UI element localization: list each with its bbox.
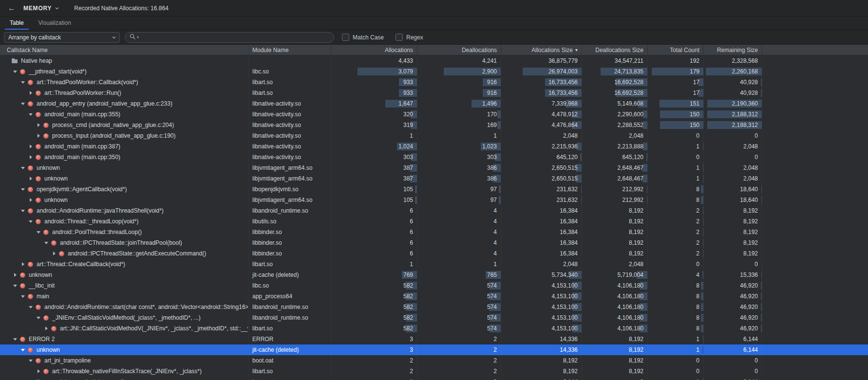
value-cell-d: 386: [417, 163, 501, 173]
collapse-arrow-icon[interactable]: [19, 77, 26, 88]
table-row[interactable]: unknownlibjvmtiagent_arm64.so3873862,650…: [0, 173, 868, 184]
expand-arrow-icon[interactable]: [51, 248, 57, 259]
value-text: 4: [493, 239, 497, 246]
table-row[interactable]: android::PoolThread::threadLoop()libbind…: [0, 227, 868, 237]
tree-indent: [4, 211, 19, 211]
value-cell-ds: 4,106,180: [582, 280, 648, 291]
column-header-remaining-size[interactable]: Remaining Size: [704, 45, 762, 55]
expand-arrow-icon[interactable]: [27, 141, 34, 152]
table-row[interactable]: mainapp_process645825744,153,1004,106,18…: [0, 291, 868, 302]
collapse-arrow-icon[interactable]: [12, 280, 19, 291]
expand-arrow-icon[interactable]: [27, 88, 34, 98]
collapse-arrow-icon[interactable]: [19, 205, 26, 216]
value-text: 2: [696, 229, 699, 235]
expand-arrow-icon[interactable]: [35, 120, 42, 130]
collapse-arrow-icon[interactable]: [27, 109, 34, 120]
value-text: 18,640: [740, 186, 758, 193]
column-header-label: Allocations Size: [531, 47, 573, 54]
callstack-cell: unknown: [0, 173, 248, 184]
table-row[interactable]: __pthread_start(void*)libc.so3,0792,9002…: [0, 66, 868, 77]
module-name: libc.so: [248, 280, 331, 291]
value-cell-d: 2: [417, 355, 501, 366]
value-cell-as: 16,384: [501, 237, 582, 248]
value-bar: [761, 292, 762, 300]
value-text: 1: [696, 336, 699, 343]
collapse-arrow-icon[interactable]: [19, 184, 26, 195]
table-row[interactable]: ERROR 2ERROR3214,3368,19216,144: [0, 334, 868, 344]
table-row[interactable]: android::IPCThreadState::joinThreadPool(…: [0, 237, 868, 248]
table-row[interactable]: process_input (android_native_app_glue.c…: [0, 130, 868, 141]
value-text: 8: [696, 314, 699, 321]
value-cell-d: 4: [417, 216, 501, 227]
collapse-arrow-icon[interactable]: [43, 237, 50, 248]
table-row[interactable]: unknownlibjvmtiagent_arm64.so10597231,63…: [0, 195, 868, 205]
tree-indent: [4, 200, 27, 200]
regex-checkbox[interactable]: Regex: [396, 34, 423, 41]
table-row[interactable]: android_app_entry (android_native_app_gl…: [0, 98, 868, 109]
column-header-deallocations-size[interactable]: Deallocations Size: [582, 45, 648, 55]
column-header-allocations-size[interactable]: Allocations Size▾: [501, 45, 582, 55]
table-row[interactable]: art::Throwable_nativeFillInStackTrace(_J…: [0, 366, 868, 377]
collapse-arrow-icon[interactable]: [19, 344, 26, 355]
table-row[interactable]: Native heap4,4334,24136,875,77934,547,21…: [0, 55, 868, 66]
collapse-arrow-icon[interactable]: [19, 98, 26, 109]
expand-arrow-icon[interactable]: [19, 259, 26, 270]
search-input[interactable]: [142, 34, 330, 41]
value-text: 0: [696, 357, 699, 364]
collapse-arrow-icon[interactable]: [35, 312, 42, 323]
expand-arrow-icon[interactable]: [27, 195, 34, 205]
collapse-arrow-icon[interactable]: [19, 291, 26, 302]
value-cell-rs: 18,640: [704, 184, 762, 195]
expand-arrow-icon[interactable]: [35, 130, 42, 141]
table-row[interactable]: art::ThreadPoolWorker::Callback(void*)li…: [0, 77, 868, 88]
column-header-total-count[interactable]: Total Count: [648, 45, 704, 55]
table-row[interactable]: android_main (main.cpp:387)libnative-act…: [0, 141, 868, 152]
column-header-module-name[interactable]: Module Name: [248, 45, 331, 55]
expand-arrow-icon[interactable]: [27, 377, 34, 380]
collapse-arrow-icon[interactable]: [27, 216, 34, 227]
table-row[interactable]: art_jni_trampolineboot.oat228,1928,19200: [0, 355, 868, 366]
column-header-callstack-name[interactable]: Callstack Name: [0, 45, 248, 55]
expand-arrow-icon[interactable]: [27, 152, 34, 163]
table-row[interactable]: android::AndroidRuntime::start(char cons…: [0, 302, 868, 312]
table-row[interactable]: unknownlibjvmtiagent_arm64.so3873862,650…: [0, 163, 868, 173]
collapse-arrow-icon[interactable]: [12, 334, 19, 344]
table-row[interactable]: android::IPCThreadState::getAndExecuteCo…: [0, 248, 868, 259]
table-row[interactable]: process_cmd (android_native_app_glue.c:2…: [0, 120, 868, 130]
table-row[interactable]: android::AndroidRuntime::javaThreadShell…: [0, 205, 868, 216]
collapse-arrow-icon[interactable]: [19, 163, 26, 173]
table-row[interactable]: unknownjit-cache (deleted)3214,3368,1921…: [0, 344, 868, 355]
table-row[interactable]: art::ThreadPoolWorker::Run()libart.so933…: [0, 88, 868, 98]
collapse-arrow-icon[interactable]: [12, 66, 19, 77]
expand-arrow-icon[interactable]: [27, 173, 34, 184]
table-row[interactable]: openjdkjvmti::AgentCallback(void*)libope…: [0, 184, 868, 195]
tab-table[interactable]: Table: [5, 17, 29, 30]
table-row[interactable]: art_quick_generic_jni_trampolineboot.oat…: [0, 377, 868, 380]
expand-arrow-icon[interactable]: [43, 323, 50, 334]
collapse-arrow-icon[interactable]: [35, 227, 42, 237]
expand-arrow-icon[interactable]: [35, 366, 42, 377]
back-button[interactable]: ←: [6, 2, 18, 14]
column-header-deallocations[interactable]: Deallocations: [417, 45, 501, 55]
value-cell-d: 1,023: [417, 141, 501, 152]
table-row[interactable]: __libc_initlibc.so5825744,153,1004,106,1…: [0, 280, 868, 291]
search-field[interactable]: ▾: [125, 32, 334, 43]
tab-visualization[interactable]: Visualization: [34, 17, 76, 30]
collapse-arrow-icon[interactable]: [27, 355, 34, 366]
arrange-by-dropdown[interactable]: Arrange by callstack: [4, 32, 120, 43]
table-row[interactable]: art::Thread::CreateCallback(void*)libart…: [0, 259, 868, 270]
expand-arrow-icon[interactable]: [12, 270, 19, 280]
table-row[interactable]: _JNIEnv::CallStaticVoidMethod(_jclass*, …: [0, 312, 868, 323]
table-row[interactable]: android::Thread::_threadLoop(void*)libut…: [0, 216, 868, 227]
table-row[interactable]: unknownjit-cache (deleted)7697655,734,34…: [0, 270, 868, 280]
table-row[interactable]: android_main (main.cpp:350)libnative-act…: [0, 152, 868, 163]
memory-selector[interactable]: MEMORY: [21, 4, 61, 13]
value-text: 4: [493, 229, 497, 235]
callstack-cell: android::PoolThread::threadLoop(): [0, 227, 248, 237]
column-header-allocations[interactable]: Allocations: [331, 45, 417, 55]
tree-indent: [4, 189, 19, 190]
table-row[interactable]: android_main (main.cpp:355)libnative-act…: [0, 109, 868, 120]
collapse-arrow-icon[interactable]: [27, 302, 34, 312]
table-row[interactable]: art::JNI::CallStaticVoidMethodV(_JNIEnv*…: [0, 323, 868, 334]
match-case-checkbox[interactable]: Match Case: [342, 34, 384, 41]
